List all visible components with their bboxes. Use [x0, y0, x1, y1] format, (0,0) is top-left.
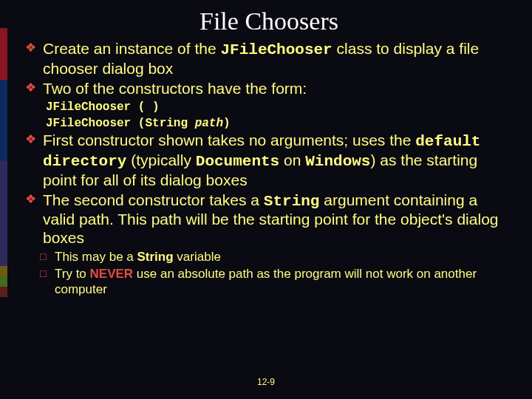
code-jfilechooser: JFileChooser	[221, 41, 332, 58]
accent-stripe	[0, 161, 7, 266]
slide-title: File Choosers	[21, 7, 517, 35]
text: JFileChooser (String	[46, 117, 195, 130]
subbullet-never-absolute: Try to NEVER use an absolute path as the…	[22, 266, 513, 298]
text: )	[223, 117, 231, 130]
text: This may be a	[55, 250, 137, 264]
bullet-two-constructors: Two of the constructors have the form:	[22, 80, 513, 98]
accent-stripe	[0, 266, 7, 276]
emphasis-never: NEVER	[90, 267, 134, 281]
accent-stripe	[0, 28, 7, 80]
param-path: path	[195, 117, 223, 130]
slide: File Choosers Create an instance of the …	[0, 0, 532, 399]
bullet-second-constructor: The second constructor takes a String ar…	[22, 191, 513, 248]
bullet-create-instance: Create an instance of the JFileChooser c…	[22, 40, 513, 78]
code-constructor-path: JFileChooser (String path)	[46, 117, 517, 130]
bold-string: String	[137, 250, 174, 264]
text: on	[279, 151, 305, 168]
bullet-first-constructor: First constructor shown takes no argumen…	[22, 132, 513, 189]
text: variable	[174, 250, 221, 264]
text: Create an instance of the	[43, 40, 221, 57]
code-string: String	[264, 193, 320, 210]
page-number: 12-9	[0, 377, 532, 387]
text: The second constructor takes a	[43, 191, 264, 208]
code-documents: Documents	[196, 153, 279, 170]
accent-stripe	[0, 80, 7, 161]
text: (typically	[126, 151, 195, 168]
code-windows: Windows	[305, 153, 370, 170]
accent-stripe	[0, 287, 7, 297]
subbullet-string-variable: This may be a String variable	[22, 249, 513, 265]
text: First constructor shown takes no argumen…	[43, 132, 415, 149]
accent-stripe	[0, 276, 7, 287]
code-constructor-noargs: JFileChooser ( )	[46, 100, 517, 114]
text: Try to	[55, 267, 90, 281]
